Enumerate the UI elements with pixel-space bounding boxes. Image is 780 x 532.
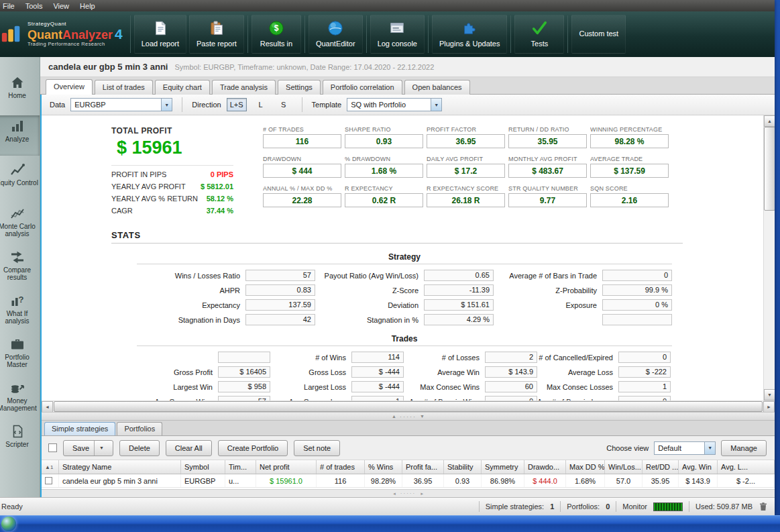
- direction-long-short-button[interactable]: L+S: [227, 98, 247, 111]
- sidebar-item-what-if[interactable]: ? What If analysis: [0, 290, 40, 330]
- paste-report-button[interactable]: Paste report: [189, 15, 244, 54]
- profit-summary-list: PROFIT IN PIPS0 PIPS YEARLY AVG PROFIT$ …: [111, 165, 233, 217]
- custom-test-button[interactable]: Custom test: [571, 15, 626, 54]
- sort-indicator[interactable]: ▲1: [42, 460, 59, 474]
- strategy-section: Strategy Wins / Losses Ratio57 Payout Ra…: [137, 252, 672, 325]
- log-console-button[interactable]: Log console: [370, 15, 425, 54]
- horizontal-scroll-thumb[interactable]: [54, 401, 763, 412]
- tab-content-region: Data EURGBP ▼ Direction L+S L S Template…: [40, 95, 775, 497]
- tab-trade-analysis[interactable]: Trade analysis: [212, 80, 276, 95]
- sidebar-item-monte-carlo[interactable]: Monte Carlo analysis: [0, 203, 40, 243]
- manage-button[interactable]: Manage: [721, 440, 767, 456]
- column-avg-loss[interactable]: Avg. L...: [718, 460, 775, 474]
- report-title: candela eur gbp 5 min 3 anni: [48, 62, 168, 72]
- collapse-down-icon[interactable]: ▼: [420, 414, 425, 419]
- column-net-profit[interactable]: Net profit: [256, 460, 317, 474]
- tests-check-icon: [531, 19, 548, 37]
- tab-portfolio-correlation[interactable]: Portfolio correlation: [323, 80, 402, 95]
- template-select[interactable]: SQ with Portfolio ▼: [347, 98, 442, 111]
- simple-strategies-count: 1: [550, 502, 554, 511]
- view-select[interactable]: Default ▼: [654, 441, 716, 455]
- databank-table-header: ▲1 Strategy Name Symbol Tim... Net profi…: [42, 460, 775, 474]
- set-note-button[interactable]: Set note: [294, 440, 340, 456]
- summary-row: YEARLY AVG % RETURN58.12 %: [111, 193, 233, 205]
- menu-tools[interactable]: Tools: [20, 1, 48, 11]
- tests-button[interactable]: Tests: [514, 15, 564, 54]
- stat-cell: Gross Loss$ -444: [270, 366, 404, 378]
- stat-cell: Stagnation in %4.29 %: [315, 314, 494, 325]
- garbage-collect-icon[interactable]: [759, 502, 768, 511]
- scroll-left-icon[interactable]: ◄: [42, 401, 53, 413]
- column-max-dd[interactable]: Max DD %: [566, 460, 605, 474]
- stat-cell: Z-Score-11.39: [315, 284, 494, 296]
- sidebar-item-compare-results[interactable]: Compare results: [0, 246, 40, 286]
- column-symmetry[interactable]: Symmetry: [482, 460, 524, 474]
- app-title: QuantAnalyzer4: [27, 27, 123, 42]
- results-in-button[interactable]: $ Results in: [252, 15, 301, 54]
- column-pct-wins[interactable]: % Wins: [365, 460, 402, 474]
- column-drawdown[interactable]: Drawdo...: [524, 460, 566, 474]
- vertical-scrollbar[interactable]: ▲ ▼: [763, 115, 775, 401]
- start-button[interactable]: [1, 517, 16, 531]
- column-ret-dd[interactable]: Ret/DD ...: [643, 460, 679, 474]
- logo-text: StrategyQuant QuantAnalyzer4 Trading Per…: [27, 21, 123, 47]
- tab-open-balances[interactable]: Open balances: [404, 80, 470, 95]
- delete-button[interactable]: Delete: [119, 440, 160, 456]
- tab-overview[interactable]: Overview: [46, 79, 93, 95]
- data-label: Data: [50, 101, 65, 109]
- menu-help[interactable]: Help: [74, 1, 101, 11]
- stat-cell: Max Consec Wins60: [404, 381, 537, 392]
- load-report-button[interactable]: Load report: [134, 15, 186, 54]
- data-select[interactable]: EURGBP ▼: [70, 98, 172, 111]
- direction-long-button[interactable]: L: [252, 98, 270, 111]
- create-portfolio-button[interactable]: Create Portfolio: [218, 440, 288, 456]
- column-stability[interactable]: Stability: [444, 460, 482, 474]
- column-avg-win[interactable]: Avg. Win: [679, 460, 718, 474]
- column-symbol[interactable]: Symbol: [181, 460, 225, 474]
- stat-cell: Avg Consec Wins57: [137, 396, 270, 401]
- collapse-up-icon[interactable]: ▲: [392, 414, 396, 419]
- tab-equity-chart[interactable]: Equity chart: [155, 80, 210, 95]
- column-profit-factor[interactable]: Profit fa...: [402, 460, 444, 474]
- scroll-right-icon[interactable]: ►: [420, 492, 424, 496]
- scroll-up-icon[interactable]: ▲: [764, 115, 775, 127]
- menu-view[interactable]: View: [48, 1, 74, 11]
- sidebar-item-equity-control[interactable]: Equity Control: [0, 159, 40, 199]
- horizontal-scrollbar[interactable]: ◄ ►: [42, 401, 775, 412]
- strategy-row[interactable]: candela eur gbp 5 min 3 anni EURGBP u...…: [42, 474, 775, 488]
- stat-cell: Z-Probability99.9 %: [494, 284, 672, 296]
- tab-simple-strategies[interactable]: Simple strategies: [44, 422, 115, 435]
- clear-all-button[interactable]: Clear All: [166, 440, 212, 456]
- select-all-checkbox[interactable]: [48, 443, 57, 452]
- separator: [560, 501, 561, 512]
- quanteditor-button[interactable]: QuantEditor: [309, 15, 363, 54]
- databank-hscrollbar[interactable]: ◄ ····· ►: [42, 489, 775, 497]
- scroll-right-icon[interactable]: ►: [763, 401, 775, 413]
- sidebar-item-scripter[interactable]: Scripter: [0, 421, 40, 461]
- scroll-down-icon[interactable]: ▼: [764, 389, 775, 401]
- menu-file[interactable]: File: [0, 1, 20, 11]
- column-num-trades[interactable]: # of trades: [317, 460, 365, 474]
- sidebar-item-money-management[interactable]: Money Management: [0, 377, 40, 417]
- tab-settings[interactable]: Settings: [278, 80, 321, 95]
- row-checkbox[interactable]: [45, 477, 52, 484]
- sidebar-item-label: Monte Carlo analysis: [0, 223, 39, 237]
- plugins-updates-button[interactable]: Plugins & Updates: [432, 15, 508, 54]
- sidebar-item-analyze[interactable]: Analyze: [0, 115, 40, 156]
- column-strategy-name[interactable]: Strategy Name: [59, 460, 181, 474]
- tab-portfolios[interactable]: Portfolios: [117, 422, 162, 435]
- sidebar-item-home[interactable]: Home: [0, 72, 40, 112]
- panel-splitter[interactable]: ▲ ····· ▼: [42, 412, 775, 421]
- tab-list-of-trades[interactable]: List of trades: [95, 80, 153, 95]
- metric-cell: RETURN / DD RATIO35.95: [508, 126, 587, 148]
- scroll-left-icon[interactable]: ◄: [392, 492, 396, 496]
- vertical-scroll-thumb[interactable]: [764, 127, 775, 211]
- windows-taskbar[interactable]: [0, 515, 780, 532]
- save-dropdown-icon[interactable]: ▼: [94, 441, 104, 456]
- column-timeframe[interactable]: Tim...: [225, 460, 256, 474]
- save-button[interactable]: Save ▼: [63, 440, 113, 456]
- quanteditor-globe-icon: [327, 19, 344, 37]
- column-win-loss[interactable]: Win/Los...: [605, 460, 643, 474]
- direction-short-button[interactable]: S: [275, 98, 292, 111]
- sidebar-item-portfolio-master[interactable]: Portfolio Master: [0, 333, 40, 374]
